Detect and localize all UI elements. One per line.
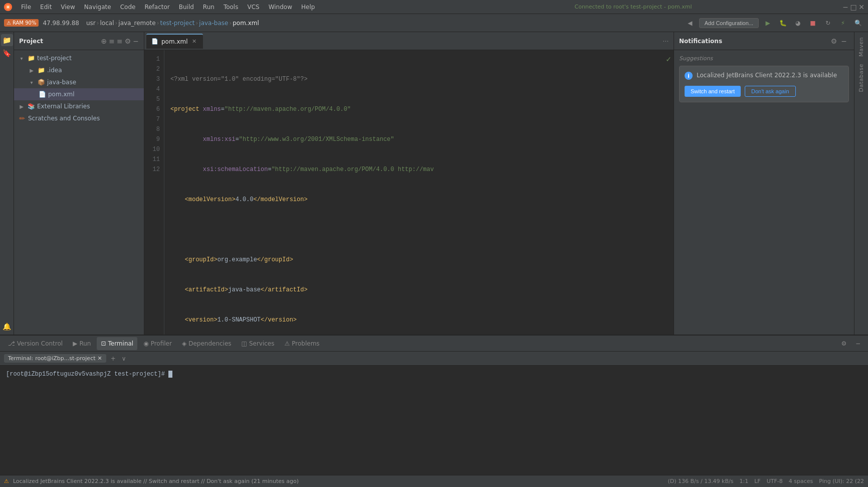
- breadcrumb-java-remote[interactable]: java_remote: [118, 20, 155, 27]
- code-content[interactable]: <?xml version="1.0" encoding="UTF-8"?> <…: [164, 50, 666, 335]
- tab-services[interactable]: ◫ Services: [238, 337, 279, 350]
- tab-dependencies[interactable]: ◈ Dependencies: [178, 337, 236, 350]
- coverage-button[interactable]: ◕: [792, 17, 804, 29]
- menu-run[interactable]: Run: [199, 3, 219, 12]
- add-configuration-button[interactable]: Add Configuration...: [699, 18, 759, 28]
- menu-refactor[interactable]: Refactor: [140, 3, 173, 12]
- tab-profiler[interactable]: ◉ Profiler: [139, 337, 176, 350]
- tree-item-pom-xml[interactable]: 📄 pom.xml: [14, 88, 144, 100]
- maximize-button[interactable]: □: [850, 4, 857, 11]
- menu-window[interactable]: Window: [265, 3, 296, 12]
- notification-close-button[interactable]: −: [839, 36, 849, 46]
- status-line-ending[interactable]: LF: [754, 478, 760, 484]
- window-close-button[interactable]: ✕: [858, 4, 865, 11]
- suggestions-label: Suggestions: [679, 55, 849, 62]
- breadcrumb: usr › local › java_remote › test-project…: [86, 20, 682, 27]
- back-button[interactable]: ◀: [684, 17, 696, 29]
- tab-more-button[interactable]: ⋯: [660, 38, 672, 45]
- line-numbers: 1 2 3 4 5 6 7 8 9 10 11 12: [144, 50, 164, 335]
- status-message: Localized JetBrains Client 2022.2.3 is a…: [13, 478, 664, 484]
- status-indent[interactable]: 4 spaces: [789, 478, 813, 484]
- tree-item-java-base[interactable]: ▾ 📦 java-base: [14, 76, 144, 88]
- terminal-close-x[interactable]: ✕: [98, 355, 102, 362]
- tab-terminal[interactable]: ⊡ Terminal: [97, 337, 137, 350]
- database-label[interactable]: Database: [858, 61, 864, 95]
- notification-content: Suggestions i Localized JetBrains Client…: [674, 50, 854, 107]
- menu-navigate[interactable]: Navigate: [80, 3, 115, 12]
- breadcrumb-pom-xml[interactable]: pom.xml: [233, 20, 259, 27]
- menu-tools[interactable]: Tools: [220, 3, 243, 12]
- sidebar-expand-button[interactable]: ≡: [117, 37, 123, 45]
- status-warning-icon: ⚠: [4, 478, 9, 484]
- breadcrumb-usr[interactable]: usr: [86, 20, 96, 27]
- project-view-button[interactable]: 📁: [1, 34, 13, 46]
- tree-label-idea: .idea: [47, 67, 62, 74]
- tree-arrow-idea[interactable]: ▶: [28, 67, 35, 74]
- tab-pom-xml[interactable]: 📄 pom.xml ✕: [146, 34, 203, 49]
- sidebar-close-button[interactable]: −: [133, 37, 139, 45]
- menu-code[interactable]: Code: [116, 3, 140, 12]
- tab-close-pom[interactable]: ✕: [191, 38, 198, 45]
- tab-run[interactable]: ▶ Run: [69, 337, 95, 350]
- terminal-tab-label: Terminal: root@iZbp...st-project ✕: [4, 354, 106, 363]
- menu-view[interactable]: View: [57, 3, 79, 12]
- menu-help[interactable]: Help: [297, 3, 319, 12]
- breadcrumb-local[interactable]: local: [100, 20, 114, 27]
- menu-build[interactable]: Build: [175, 3, 198, 12]
- terminal-cursor: [168, 371, 172, 378]
- rebuild-button[interactable]: ↻: [822, 17, 834, 29]
- terminal-label: Terminal:: [8, 355, 33, 362]
- terminal-chevron-button[interactable]: ∨: [120, 355, 128, 362]
- terminal-close-button[interactable]: −: [852, 338, 864, 350]
- tree-item-scratches[interactable]: ✏ Scratches and Consoles: [14, 112, 144, 124]
- tree-item-test-project[interactable]: ▾ 📁 test-project: [14, 52, 144, 64]
- sidebar-header: Project ⊕ ≡ ≡ ⚙ −: [14, 32, 144, 50]
- tab-version-control[interactable]: ⎇ Version Control: [4, 337, 67, 350]
- stop-button[interactable]: ■: [807, 17, 819, 29]
- run-button[interactable]: ▶: [762, 17, 774, 29]
- bookmarks-button[interactable]: 🔖: [1, 47, 13, 59]
- tree-arrow-java-base[interactable]: ▾: [28, 79, 35, 86]
- breadcrumb-java-base[interactable]: java-base: [199, 20, 228, 27]
- tab-pom-label: pom.xml: [161, 38, 188, 45]
- tree-item-external-libs[interactable]: ▶ 📚 External Libraries: [14, 100, 144, 112]
- run-config-button[interactable]: ⚡: [837, 17, 849, 29]
- status-ping: Ping (UI): 22 (22: [819, 478, 864, 484]
- tree-item-idea[interactable]: ▶ 📁 .idea: [14, 64, 144, 76]
- main-area: 📁 🔖 🔔 Project ⊕ ≡ ≡ ⚙ − ▾ 📁 test-project: [0, 32, 868, 335]
- problems-icon: ⚠: [285, 340, 290, 347]
- sidebar-title: Project: [19, 38, 97, 45]
- terminal-add-button[interactable]: +: [109, 355, 117, 362]
- tree-arrow-external-libs[interactable]: ▶: [18, 103, 25, 110]
- terminal-content[interactable]: [root@iZbp15oftuguz0v5vashpjZ test-proje…: [0, 366, 868, 475]
- tree-label-pom-xml: pom.xml: [48, 91, 75, 98]
- tree-label-test-project: test-project: [37, 55, 72, 62]
- sidebar-locate-button[interactable]: ⊕: [101, 37, 107, 45]
- sidebar-settings-button[interactable]: ⚙: [125, 37, 131, 45]
- maven-label[interactable]: Maven: [858, 34, 864, 60]
- sidebar-content: ▾ 📁 test-project ▶ 📁 .idea ▾ 📦 java-base: [14, 50, 144, 335]
- notification-card-header: i Localized JetBrains Client 2022.2.3 is…: [685, 71, 843, 80]
- code-editor[interactable]: 1 2 3 4 5 6 7 8 9 10 11 12 <?xml version…: [144, 50, 674, 335]
- status-encoding[interactable]: UTF-8: [767, 478, 783, 484]
- switch-and-restart-button[interactable]: Switch and restart: [685, 86, 741, 97]
- notification-settings-button[interactable]: ⚙: [829, 36, 839, 46]
- menu-file[interactable]: File: [17, 3, 35, 12]
- search-everywhere-button[interactable]: 🔍: [852, 17, 864, 29]
- terminal-settings-button[interactable]: ⚙: [838, 338, 850, 350]
- sidebar-collapse-button[interactable]: ≡: [109, 37, 115, 45]
- editor-area: 📄 pom.xml ✕ ⋯ 1 2 3 4 5 6 7 8 9 10 11 12: [144, 32, 674, 335]
- tab-problems[interactable]: ⚠ Problems: [281, 337, 324, 350]
- notifications-side-button[interactable]: 🔔: [1, 320, 13, 333]
- minimize-button[interactable]: −: [842, 4, 849, 11]
- status-position[interactable]: 1:1: [739, 478, 748, 484]
- right-activity-bar: Maven Database: [854, 32, 868, 335]
- menu-edit[interactable]: Edit: [36, 3, 56, 12]
- folder-icon-idea: 📁: [37, 66, 45, 74]
- breadcrumb-test-project[interactable]: test-project: [160, 20, 194, 27]
- version-control-label: Version Control: [17, 340, 63, 347]
- dont-ask-again-button[interactable]: Don't ask again: [745, 86, 795, 97]
- menu-vcs[interactable]: VCS: [243, 3, 263, 12]
- debug-button[interactable]: 🐛: [777, 17, 789, 29]
- tree-arrow-test-project[interactable]: ▾: [18, 55, 25, 62]
